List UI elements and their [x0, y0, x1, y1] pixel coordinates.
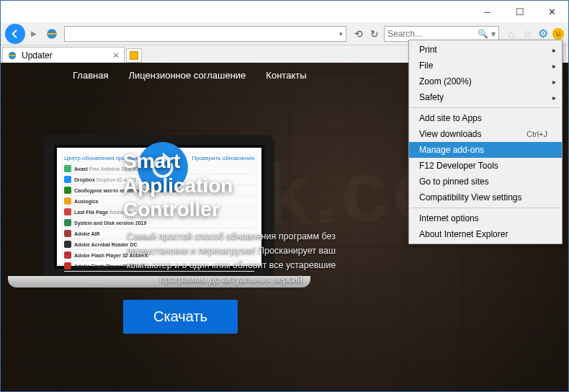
stop-icon[interactable]: ⟲ [352, 27, 365, 40]
search-dropdown-icon[interactable]: ▾ [491, 29, 496, 39]
nav-link-contacts[interactable]: Контакты [266, 70, 306, 81]
hero-title: Smart Application Controller [123, 149, 339, 222]
menu-item-file[interactable]: File [409, 58, 562, 74]
tab-updater[interactable]: Updater ✕ [2, 47, 125, 63]
nav-link-main[interactable]: Главная [73, 70, 108, 81]
nav-link-license[interactable]: Лицензионное соглашение [128, 70, 246, 81]
address-bar[interactable]: ▾ [64, 26, 346, 42]
menu-item-safety[interactable]: Safety [409, 89, 562, 105]
tab-favicon-icon [7, 50, 17, 61]
site-nav: Главная Лицензионное соглашение Контакты [73, 70, 307, 81]
download-button[interactable]: Скачать [123, 300, 238, 334]
search-placeholder: Search... [387, 29, 422, 39]
menu-item-print[interactable]: Print [409, 42, 562, 58]
menu-item-go-to-pinned-sites[interactable]: Go to pinned sites [409, 174, 562, 190]
close-button[interactable]: ✕ [536, 1, 568, 22]
new-tab-button[interactable] [126, 48, 142, 63]
menu-item-add-site-to-apps[interactable]: Add site to Apps [409, 110, 562, 126]
tools-menu: PrintFileZoom (200%)SafetyAdd site to Ap… [408, 40, 563, 244]
menu-item-internet-options[interactable]: Internet options [409, 210, 562, 226]
address-dropdown-icon[interactable]: ▾ [339, 30, 343, 37]
favorites-icon[interactable]: ☆ [521, 27, 534, 40]
tab-title: Updater [22, 50, 108, 61]
search-icon[interactable]: 🔍 [478, 29, 488, 39]
hero-section: Smart Application Controller Самый прост… [123, 149, 339, 334]
menu-item-about-internet-explorer[interactable]: About Internet Explorer [409, 226, 562, 242]
back-button[interactable] [5, 24, 25, 44]
menu-item-view-downloads[interactable]: View downloadsCtrl+J [409, 126, 562, 142]
titlebar: ─ ☐ ✕ [1, 1, 568, 22]
feedback-smiley-icon[interactable]: ☺ [552, 28, 564, 40]
ie-logo-icon [45, 27, 58, 40]
menu-item-f12-developer-tools[interactable]: F12 Developer Tools [409, 158, 562, 174]
tab-close-icon[interactable]: ✕ [112, 50, 120, 61]
tools-gear-icon[interactable]: ⚙ [537, 27, 550, 40]
menu-item-compatibility-view-settings[interactable]: Compatibility View settings [409, 190, 562, 205]
hero-description: Самый простой способ обновления программ… [123, 229, 339, 287]
refresh-icon[interactable]: ↻ [368, 27, 381, 40]
minimize-button[interactable]: ─ [471, 1, 503, 22]
home-icon[interactable]: ⌂ [505, 27, 518, 40]
menu-item-manage-add-ons[interactable]: Manage add-ons [409, 142, 562, 158]
browser-window: ─ ☐ ✕ ▶ ▾ ⟲ ↻ Search... 🔍 ▾ ⌂ ☆ ⚙ ☺ [0, 0, 569, 392]
maximize-button[interactable]: ☐ [503, 1, 536, 22]
forward-button[interactable]: ▶ [28, 24, 40, 44]
menu-item-zoom-200[interactable]: Zoom (200%) [409, 74, 562, 89]
